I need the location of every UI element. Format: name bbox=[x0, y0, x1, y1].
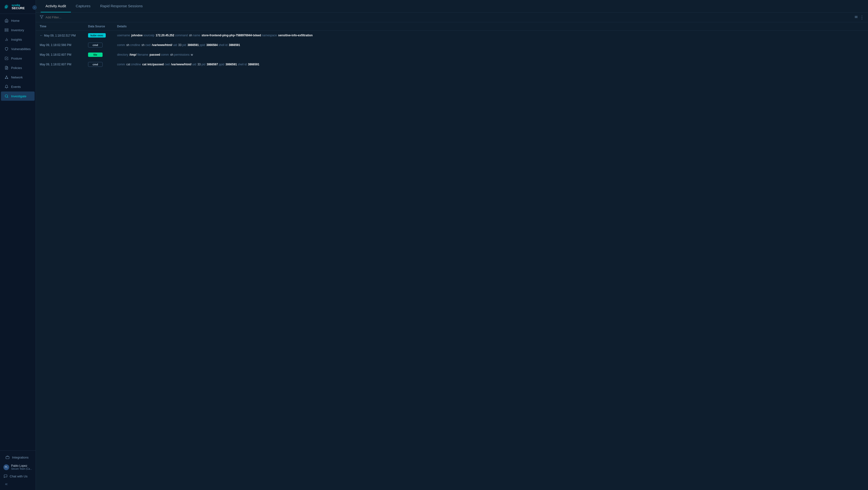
logo-secure-label: SECURE bbox=[11, 6, 25, 10]
table-header: Time Data Source Details bbox=[36, 22, 868, 31]
sidebar-item-posture[interactable]: Posture bbox=[1, 54, 35, 63]
filter-more-icon[interactable]: ⋮ bbox=[860, 15, 864, 20]
sidebar-bottom: Integrations PL Pablo Lopez Secure Team … bbox=[0, 450, 36, 490]
sidebar-item-home-label: Home bbox=[11, 19, 20, 23]
detail-key: cwd bbox=[145, 44, 151, 47]
sidebar-item-insights[interactable]: Insights bbox=[1, 35, 35, 44]
cell-datasource: cmd bbox=[84, 60, 113, 69]
sidebar-item-investigate-label: Investigate bbox=[11, 94, 26, 98]
table-row[interactable]: ←May 09, 1:18:02.517 PMkube execusername… bbox=[36, 31, 868, 40]
svg-line-10 bbox=[5, 77, 6, 78]
detail-value: 33 bbox=[178, 44, 181, 47]
cell-time: ←May 09, 1:18:02.517 PM bbox=[36, 31, 84, 40]
detail-key: cwd bbox=[164, 63, 170, 66]
tab-captures[interactable]: Captures bbox=[71, 0, 95, 12]
vulnerabilities-icon bbox=[4, 47, 9, 51]
detail-value: passwd bbox=[150, 53, 160, 56]
svg-marker-16 bbox=[40, 16, 43, 19]
detail-value: 33 bbox=[197, 63, 200, 66]
detail-key: name bbox=[193, 34, 201, 37]
detail-value: 3866591 bbox=[229, 44, 240, 47]
tab-rapid-response[interactable]: Rapid Response Sessions bbox=[95, 0, 148, 12]
logo-area: sysdig SECURE › bbox=[0, 0, 36, 14]
detail-value: sensitive-info-exfiltration bbox=[278, 34, 313, 37]
user-name: Pablo Lopez bbox=[11, 464, 32, 467]
table-row[interactable]: May 09, 1:18:02.566 PMcmdcomm sh cmdline… bbox=[36, 40, 868, 50]
home-icon bbox=[4, 19, 9, 23]
sidebar-item-policies-label: Policies bbox=[11, 66, 22, 70]
detail-key: shell id bbox=[238, 63, 247, 66]
col-datasource: Data Source bbox=[84, 22, 113, 31]
user-profile[interactable]: PL Pablo Lopez Secure Team (Ca... bbox=[1, 462, 35, 472]
sidebar-item-inventory-label: Inventory bbox=[11, 28, 24, 32]
sidebar-item-insights-label: Insights bbox=[11, 38, 22, 41]
inventory-icon bbox=[4, 28, 9, 32]
cell-details: comm sh cmdline sh cwd /var/www/html/ ui… bbox=[113, 40, 868, 50]
detail-value: 3866597 bbox=[207, 63, 218, 66]
filter-input[interactable] bbox=[45, 16, 852, 19]
tab-activity-audit[interactable]: Activity Audit bbox=[41, 0, 71, 12]
sidebar-item-posture-label: Posture bbox=[11, 57, 22, 60]
sidebar-item-integrations[interactable]: Integrations bbox=[2, 453, 34, 462]
investigate-icon bbox=[4, 94, 9, 98]
filter-sort-icon[interactable] bbox=[855, 15, 858, 19]
svg-line-11 bbox=[6, 77, 8, 78]
detail-key: comm bbox=[117, 44, 126, 47]
sidebar-item-policies[interactable]: Policies bbox=[1, 63, 35, 73]
chat-with-us[interactable]: Chat with Us bbox=[1, 472, 35, 480]
detail-key: ppid bbox=[199, 44, 206, 47]
cell-time: May 09, 1:18:02.566 PM bbox=[36, 40, 84, 50]
detail-value: cat bbox=[126, 63, 130, 66]
filter-icon[interactable] bbox=[40, 15, 43, 20]
detail-value: w bbox=[191, 53, 193, 56]
detail-value: /var/www/html/ bbox=[171, 63, 192, 66]
detail-key: permissions bbox=[174, 53, 190, 56]
table-container: Time Data Source Details ←May 09, 1:18:0… bbox=[36, 22, 868, 490]
detail-key: namespace bbox=[262, 34, 277, 37]
network-icon bbox=[4, 75, 9, 79]
integrations-icon bbox=[5, 455, 10, 460]
detail-value: cat /etc/passwd bbox=[142, 63, 164, 66]
sidebar-item-events[interactable]: Events bbox=[1, 82, 35, 91]
sidebar-item-home[interactable]: Home bbox=[1, 16, 35, 25]
sidebar-item-vulnerabilities[interactable]: Vulnerabilities bbox=[1, 44, 35, 54]
sidebar-item-network[interactable]: Network bbox=[1, 73, 35, 82]
sidebar-item-network-label: Network bbox=[11, 76, 23, 79]
main-content: Activity Audit Captures Rapid Response S… bbox=[36, 0, 868, 490]
detail-value: /var/www/html/ bbox=[152, 44, 172, 47]
detail-key: shell id bbox=[218, 44, 228, 47]
back-arrow-icon[interactable]: ← bbox=[40, 33, 44, 37]
detail-key: directory bbox=[117, 53, 129, 56]
sidebar-item-integrations-label: Integrations bbox=[12, 456, 29, 459]
cell-time: May 09, 1:18:02.607 PM bbox=[36, 60, 84, 69]
detail-value: 172.20.45.252 bbox=[156, 34, 174, 37]
detail-key: comm bbox=[161, 53, 169, 56]
posture-icon bbox=[4, 56, 9, 60]
detail-key: pid bbox=[182, 44, 187, 47]
cell-details: directory /tmp/ filename passwd comm sh … bbox=[113, 50, 868, 60]
user-avatar: PL bbox=[3, 464, 9, 470]
filter-actions: ⋮ bbox=[855, 15, 864, 20]
table-row[interactable]: May 09, 1:18:02.607 PMfiledirectory /tmp… bbox=[36, 50, 868, 60]
user-team: Secure Team (Ca... bbox=[11, 467, 32, 470]
cell-time: May 09, 1:18:02.607 PM bbox=[36, 50, 84, 60]
sidebar-item-vulnerabilities-label: Vulnerabilities bbox=[11, 47, 30, 51]
svg-rect-1 bbox=[5, 30, 8, 31]
detail-value: 3866591 bbox=[225, 63, 237, 66]
datasource-badge: kube exec bbox=[88, 33, 106, 37]
collapse-sidebar-button[interactable] bbox=[1, 480, 35, 488]
audit-table: Time Data Source Details ←May 09, 1:18:0… bbox=[36, 22, 868, 69]
cell-datasource: file bbox=[84, 50, 113, 60]
sidebar-item-investigate[interactable]: Investigate bbox=[1, 91, 35, 101]
detail-key: cmdline bbox=[130, 44, 141, 47]
sidebar-collapse-button[interactable]: › bbox=[32, 5, 37, 10]
svg-rect-15 bbox=[6, 457, 9, 459]
col-time: Time bbox=[36, 22, 84, 31]
col-details: Details bbox=[113, 22, 868, 31]
datasource-badge: file bbox=[88, 53, 102, 57]
table-row[interactable]: May 09, 1:18:02.607 PMcmdcomm cat cmdlin… bbox=[36, 60, 868, 69]
cell-datasource: kube exec bbox=[84, 31, 113, 40]
detail-value: sh bbox=[126, 44, 129, 47]
sidebar-item-inventory[interactable]: Inventory bbox=[1, 25, 35, 35]
detail-key: uid bbox=[192, 63, 197, 66]
